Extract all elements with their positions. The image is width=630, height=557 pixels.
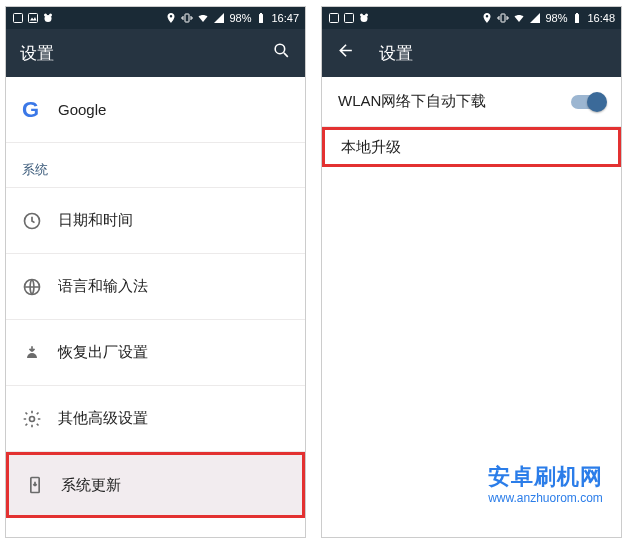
watermark-url: www.anzhuorom.com xyxy=(488,491,603,505)
svg-rect-24 xyxy=(576,13,578,14)
battery-icon xyxy=(571,12,583,24)
svg-rect-0 xyxy=(14,14,23,23)
signal-icon xyxy=(213,12,225,24)
settings-item-google[interactable]: G Google xyxy=(6,77,305,143)
svg-rect-1 xyxy=(29,14,38,23)
vibrate-icon xyxy=(497,12,509,24)
settings-item-label: 语言和输入法 xyxy=(58,277,289,296)
screenshot-update-settings: 98% 16:48 设置 WLAN网络下自动下载 本地升级 安卓刷机网 www.… xyxy=(321,6,622,538)
svg-point-9 xyxy=(275,44,285,54)
gear-icon xyxy=(22,409,58,429)
google-g-icon: G xyxy=(22,97,58,123)
svg-rect-7 xyxy=(259,14,263,23)
svg-rect-23 xyxy=(575,14,579,23)
watermark: 安卓刷机网 www.anzhuorom.com xyxy=(488,464,603,505)
bear-icon xyxy=(358,12,370,24)
settings-item-datetime[interactable]: 日期和时间 xyxy=(6,188,305,254)
settings-item-factory-reset[interactable]: 恢复出厂设置 xyxy=(6,320,305,386)
settings-item-system-update[interactable]: 系统更新 xyxy=(6,452,305,518)
notif-icon xyxy=(328,12,340,24)
settings-item-label: Google xyxy=(58,101,289,118)
notif-icon xyxy=(343,12,355,24)
back-icon[interactable] xyxy=(336,41,355,65)
row-label: 本地升级 xyxy=(341,138,602,157)
row-label: WLAN网络下自动下载 xyxy=(338,92,571,111)
screenshot-settings-list: 98% 16:47 设置 G Google 系统 日期和时间 语言和输入法 恢复… xyxy=(5,6,306,538)
svg-rect-8 xyxy=(260,13,262,14)
svg-marker-2 xyxy=(30,17,37,21)
clock-text: 16:47 xyxy=(271,12,299,24)
battery-pct: 98% xyxy=(545,12,567,24)
app-bar: 设置 xyxy=(322,29,621,77)
svg-rect-22 xyxy=(501,14,505,22)
notif-icon xyxy=(12,12,24,24)
row-wlan-auto-download[interactable]: WLAN网络下自动下载 xyxy=(322,77,621,127)
svg-point-5 xyxy=(45,15,52,22)
bear-icon xyxy=(42,12,54,24)
wifi-icon xyxy=(513,12,525,24)
battery-icon xyxy=(255,12,267,24)
row-local-upgrade[interactable]: 本地升级 xyxy=(322,127,621,167)
system-update-icon xyxy=(25,475,61,495)
app-bar: 设置 xyxy=(6,29,305,77)
page-title: 设置 xyxy=(20,42,54,65)
svg-point-12 xyxy=(30,416,35,421)
battery-pct: 98% xyxy=(229,12,251,24)
svg-rect-17 xyxy=(330,14,339,23)
location-icon xyxy=(481,12,493,24)
settings-item-label: 日期和时间 xyxy=(58,211,289,230)
settings-item-label: 系统更新 xyxy=(61,476,286,495)
status-bar: 98% 16:48 xyxy=(322,7,621,29)
clock-icon xyxy=(22,211,58,231)
picture-icon xyxy=(27,12,39,24)
svg-point-21 xyxy=(361,15,368,22)
wifi-icon xyxy=(197,12,209,24)
settings-list: G Google 系统 日期和时间 语言和输入法 恢复出厂设置 其他高级设置 系… xyxy=(6,77,305,538)
settings-item-label: 其他高级设置 xyxy=(58,409,289,428)
watermark-title: 安卓刷机网 xyxy=(488,464,603,490)
search-icon[interactable] xyxy=(272,41,291,65)
svg-rect-6 xyxy=(185,14,189,22)
settings-item-other-advanced[interactable]: 其他高级设置 xyxy=(6,386,305,452)
location-icon xyxy=(165,12,177,24)
settings-item-label: 恢复出厂设置 xyxy=(58,343,289,362)
toggle-switch-on[interactable] xyxy=(571,95,605,109)
signal-icon xyxy=(529,12,541,24)
svg-rect-18 xyxy=(345,14,354,23)
clock-text: 16:48 xyxy=(587,12,615,24)
globe-icon xyxy=(22,277,58,297)
settings-item-about-phone[interactable]: 关于手机 xyxy=(6,518,305,538)
status-bar: 98% 16:47 xyxy=(6,7,305,29)
page-title: 设置 xyxy=(379,42,413,65)
backup-icon xyxy=(22,343,58,363)
section-header-system: 系统 xyxy=(6,143,305,188)
settings-item-language[interactable]: 语言和输入法 xyxy=(6,254,305,320)
update-settings-list: WLAN网络下自动下载 本地升级 xyxy=(322,77,621,167)
vibrate-icon xyxy=(181,12,193,24)
